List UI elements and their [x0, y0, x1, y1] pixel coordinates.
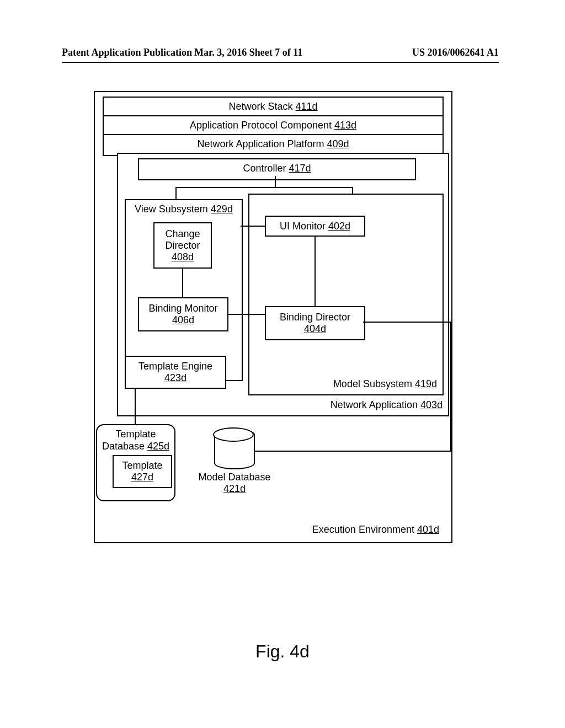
header-rule [62, 62, 499, 63]
model-database-cylinder [214, 429, 255, 469]
connector [175, 187, 177, 199]
connector [254, 451, 451, 452]
connector [275, 176, 276, 187]
diagram-container: Execution Environment 401d Network Stack… [94, 91, 452, 543]
execution-environment-label: Execution Environment 401d [312, 524, 439, 536]
ui-monitor-box: UI Monitor 402d [265, 216, 365, 237]
connector [175, 187, 353, 188]
connector [135, 388, 136, 424]
controller-box: Controller 417d [138, 158, 416, 180]
figure-caption: Fig. 4d [0, 641, 565, 662]
header-left: Patent Application Publication [62, 47, 192, 58]
binding-director-box: Binding Director404d [265, 306, 365, 340]
binding-monitor-box: Binding Monitor406d [138, 297, 228, 331]
header-right: US 2016/0062641 A1 [412, 47, 499, 58]
connector [352, 187, 353, 194]
connector [227, 314, 249, 315]
connector [450, 322, 451, 452]
connector [248, 314, 265, 315]
template-box: Template427d [113, 455, 172, 488]
model-subsystem-label: Model Subsystem 419d [333, 378, 437, 390]
header-mid: Mar. 3, 2016 Sheet 7 of 11 [194, 47, 302, 58]
connector [363, 322, 451, 323]
template-engine-box: Template Engine423d [125, 356, 226, 389]
network-application-label: Network Application 403d [331, 399, 443, 411]
connector [315, 235, 316, 306]
change-director-box: Change Director408d [153, 222, 212, 269]
model-database-label: Model Database421d [193, 472, 276, 495]
connector [241, 226, 265, 227]
connector [182, 267, 183, 297]
